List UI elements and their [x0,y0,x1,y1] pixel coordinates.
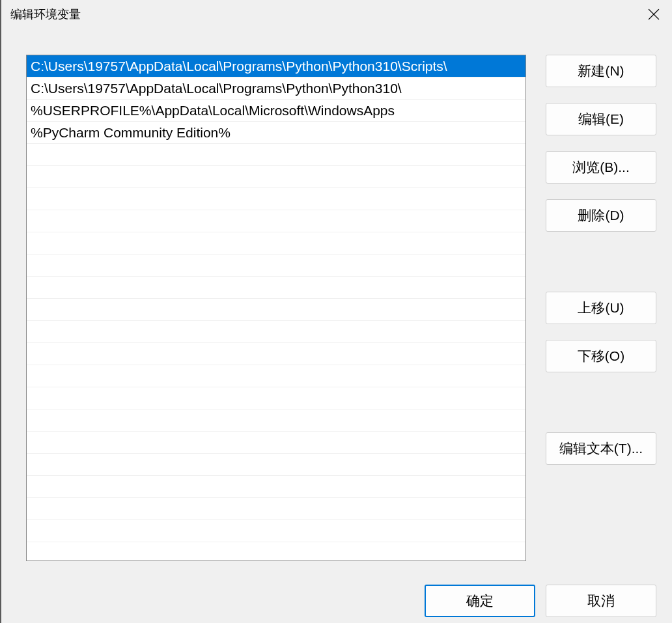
list-item[interactable] [27,498,525,520]
close-button[interactable] [636,0,672,29]
list-item[interactable] [27,255,525,277]
list-item[interactable] [27,210,525,232]
new-button[interactable]: 新建(N) [546,55,656,87]
browse-button[interactable]: 浏览(B)... [546,151,656,184]
list-item[interactable] [27,343,525,365]
side-buttons: 新建(N) 编辑(E) 浏览(B)... 删除(D) 上移(U) 下移(O) 编… [546,55,656,561]
list-item[interactable] [27,387,525,409]
list-item[interactable]: %USERPROFILE%\AppData\Local\Microsoft\Wi… [27,100,525,122]
dialog-window: 编辑环境变量 C:\Users\19757\AppData\Local\Prog… [0,0,672,623]
list-item[interactable] [27,321,525,343]
content-area: C:\Users\19757\AppData\Local\Programs\Py… [1,29,672,623]
ok-button[interactable]: 确定 [425,585,535,617]
list-item[interactable] [27,365,525,387]
main-row: C:\Users\19757\AppData\Local\Programs\Py… [26,55,656,561]
cancel-button[interactable]: 取消 [546,585,656,617]
list-item[interactable] [27,188,525,210]
list-item[interactable]: C:\Users\19757\AppData\Local\Programs\Py… [27,55,525,77]
path-list[interactable]: C:\Users\19757\AppData\Local\Programs\Py… [26,55,526,561]
list-item[interactable] [27,476,525,498]
list-item[interactable] [27,144,525,166]
list-item[interactable] [27,166,525,188]
titlebar: 编辑环境变量 [1,0,672,29]
list-item[interactable] [27,432,525,454]
edit-button[interactable]: 编辑(E) [546,103,656,135]
move-up-button[interactable]: 上移(U) [546,292,656,324]
list-item[interactable] [27,520,525,542]
edit-text-button[interactable]: 编辑文本(T)... [546,432,656,465]
list-item[interactable] [27,232,525,255]
close-icon [648,8,660,20]
delete-button[interactable]: 删除(D) [546,199,656,232]
list-item[interactable] [27,409,525,432]
list-item[interactable] [27,299,525,321]
window-title: 编辑环境变量 [10,7,81,22]
bottom-row: 确定 取消 [26,561,656,622]
list-item[interactable]: C:\Users\19757\AppData\Local\Programs\Py… [27,77,525,100]
list-item[interactable] [27,454,525,476]
list-item[interactable]: %PyCharm Community Edition% [27,122,525,144]
move-down-button[interactable]: 下移(O) [546,340,656,372]
list-item[interactable] [27,277,525,299]
